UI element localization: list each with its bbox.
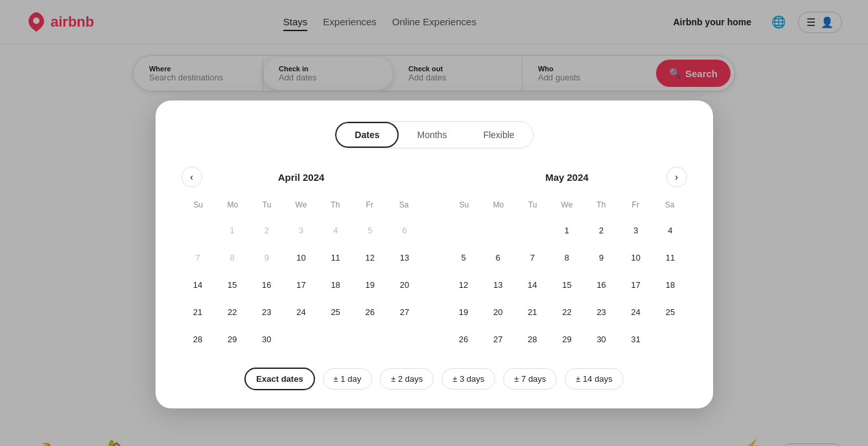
- flexibility-row: Exact dates ± 1 day ± 2 days ± 3 days ± …: [182, 368, 687, 390]
- calendar-day[interactable]: 26: [451, 326, 476, 352]
- calendar-day[interactable]: 30: [253, 326, 279, 352]
- weekday-we: We: [284, 198, 318, 212]
- calendar-day: 4: [323, 217, 349, 243]
- calendar-day[interactable]: 29: [554, 326, 580, 352]
- empty-day: [485, 217, 511, 243]
- prev-month-button[interactable]: ‹: [182, 167, 202, 187]
- calendar-day[interactable]: 19: [451, 299, 476, 325]
- calendar-day[interactable]: 12: [451, 272, 476, 298]
- weekday-mo: Mo: [481, 198, 515, 212]
- calendar-day[interactable]: 22: [554, 299, 580, 325]
- calendar-dropdown: Dates Months Flexible ‹ April 2024 › Su …: [156, 100, 713, 408]
- empty-day: [451, 217, 476, 243]
- calendar-day[interactable]: 23: [253, 299, 279, 325]
- april-calendar: ‹ April 2024 › Su Mo Tu We Th Fr Sa 1234…: [182, 167, 421, 352]
- calendar-day: 1: [219, 217, 245, 243]
- calendar-day[interactable]: 10: [623, 244, 649, 270]
- calendar-day[interactable]: 13: [485, 272, 511, 298]
- calendar-day[interactable]: 24: [288, 299, 314, 325]
- calendar-day: 2: [253, 217, 279, 243]
- date-mode-tabs: Dates Months Flexible: [182, 121, 687, 148]
- calendar-day[interactable]: 7: [519, 244, 545, 270]
- may-calendar-header: ‹ May 2024 ›: [447, 167, 687, 187]
- calendar-day[interactable]: 25: [323, 299, 349, 325]
- calendar-day[interactable]: 11: [323, 244, 349, 270]
- calendar-day[interactable]: 27: [485, 326, 511, 352]
- flex-2days-option[interactable]: ± 2 days: [380, 368, 434, 390]
- calendar-day[interactable]: 9: [589, 244, 615, 270]
- april-weekdays: Su Mo Tu We Th Fr Sa: [182, 198, 421, 212]
- calendar-day: 8: [219, 244, 245, 270]
- exact-dates-option[interactable]: Exact dates: [244, 368, 314, 390]
- calendar-day[interactable]: 28: [519, 326, 545, 352]
- weekday-sa: Sa: [653, 198, 687, 212]
- calendar-day[interactable]: 8: [554, 244, 580, 270]
- calendar-day[interactable]: 10: [288, 244, 314, 270]
- weekday-th: Th: [584, 198, 618, 212]
- calendar-day[interactable]: 17: [288, 272, 314, 298]
- may-weekdays: Su Mo Tu We Th Fr Sa: [447, 198, 687, 212]
- empty-day: [185, 217, 211, 243]
- april-days: 1234567891011121314151617181920212223242…: [182, 217, 421, 352]
- weekday-su: Su: [447, 198, 482, 212]
- calendar-day[interactable]: 18: [323, 272, 349, 298]
- calendar-day[interactable]: 22: [219, 299, 245, 325]
- calendar-day[interactable]: 20: [485, 299, 511, 325]
- calendar-day[interactable]: 16: [253, 272, 279, 298]
- flex-7days-option[interactable]: ± 7 days: [503, 368, 557, 390]
- calendar-day: 9: [253, 244, 279, 270]
- calendar-day[interactable]: 26: [357, 299, 383, 325]
- calendar-day[interactable]: 19: [357, 272, 383, 298]
- calendar-day[interactable]: 13: [392, 244, 417, 270]
- calendar-day[interactable]: 25: [657, 299, 683, 325]
- calendar-day: 6: [392, 217, 417, 243]
- calendar-day: 7: [185, 244, 211, 270]
- calendar-day[interactable]: 6: [485, 244, 511, 270]
- calendar-day[interactable]: 21: [519, 299, 545, 325]
- calendar-day: 5: [357, 217, 383, 243]
- calendar-day[interactable]: 14: [519, 272, 545, 298]
- calendar-day[interactable]: 4: [657, 217, 683, 243]
- calendar-day[interactable]: 5: [451, 244, 476, 270]
- calendar-day[interactable]: 21: [185, 299, 211, 325]
- calendar-day[interactable]: 31: [623, 326, 649, 352]
- calendar-day[interactable]: 27: [392, 299, 417, 325]
- calendar-day[interactable]: 28: [185, 326, 211, 352]
- calendar-day: 3: [288, 217, 314, 243]
- calendar-day[interactable]: 24: [623, 299, 649, 325]
- flex-1day-option[interactable]: ± 1 day: [323, 368, 373, 390]
- calendar-day[interactable]: 2: [589, 217, 615, 243]
- calendar-day[interactable]: 30: [589, 326, 615, 352]
- calendar-day[interactable]: 23: [589, 299, 615, 325]
- may-calendar: ‹ May 2024 › Su Mo Tu We Th Fr Sa 123456…: [447, 167, 687, 352]
- calendar-day[interactable]: 17: [623, 272, 649, 298]
- next-month-button[interactable]: ›: [666, 167, 687, 187]
- tab-dates[interactable]: Dates: [335, 122, 399, 148]
- may-title: May 2024: [545, 172, 589, 183]
- empty-day: [519, 217, 545, 243]
- weekday-tu: Tu: [250, 198, 284, 212]
- flex-3days-option[interactable]: ± 3 days: [441, 368, 495, 390]
- flex-14days-option[interactable]: ± 14 days: [565, 368, 623, 390]
- calendar-day[interactable]: 3: [623, 217, 649, 243]
- calendar-day[interactable]: 14: [185, 272, 211, 298]
- tab-months[interactable]: Months: [399, 122, 465, 148]
- calendar-day[interactable]: 15: [554, 272, 580, 298]
- weekday-fr: Fr: [353, 198, 387, 212]
- weekday-su: Su: [182, 198, 216, 212]
- weekday-we: We: [550, 198, 584, 212]
- calendar-day[interactable]: 16: [589, 272, 615, 298]
- calendar-day[interactable]: 29: [219, 326, 245, 352]
- calendar-day[interactable]: 1: [554, 217, 580, 243]
- calendars: ‹ April 2024 › Su Mo Tu We Th Fr Sa 1234…: [182, 167, 687, 352]
- calendar-day[interactable]: 12: [357, 244, 383, 270]
- calendar-day[interactable]: 15: [219, 272, 245, 298]
- april-title: April 2024: [278, 172, 325, 183]
- calendar-day[interactable]: 18: [657, 272, 683, 298]
- weekday-sa: Sa: [387, 198, 421, 212]
- calendar-day[interactable]: 20: [392, 272, 417, 298]
- weekday-tu: Tu: [515, 198, 550, 212]
- tab-flexible[interactable]: Flexible: [465, 122, 532, 148]
- may-days: 1234567891011121314151617181920212223242…: [447, 217, 687, 352]
- calendar-day[interactable]: 11: [657, 244, 683, 270]
